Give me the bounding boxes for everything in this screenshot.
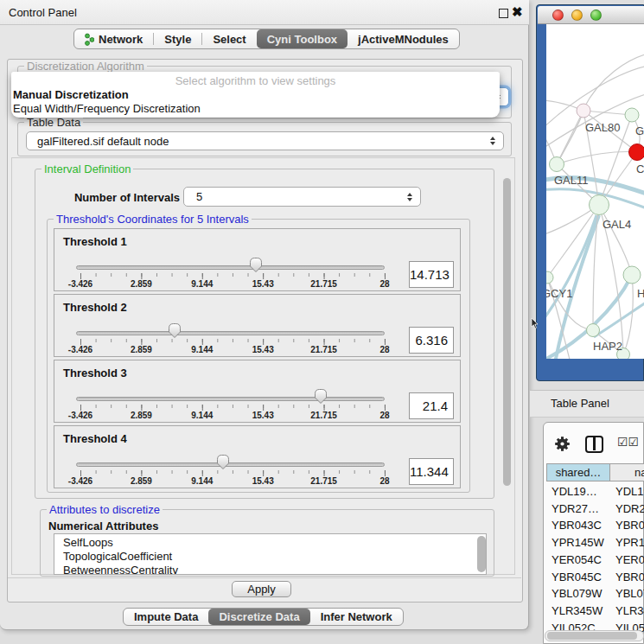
tab-label: Impute Data — [134, 610, 198, 623]
tick-label: 21.715 — [310, 411, 337, 420]
tick-label: 2.859 — [131, 345, 152, 354]
cell-name[interactable]: YBL079W — [615, 587, 644, 600]
close-traffic-light[interactable] — [552, 10, 564, 21]
vertical-scrollbar[interactable] — [503, 178, 511, 486]
cell-shared-name[interactable]: YDR27… — [552, 502, 599, 515]
attribute-list-item[interactable]: SelfLoops — [54, 536, 486, 550]
zoom-traffic-light[interactable] — [590, 10, 602, 21]
network-node-h[interactable] — [623, 266, 641, 284]
cell-name[interactable]: YPR145W — [615, 536, 644, 549]
apply-button[interactable]: Apply — [232, 581, 291, 597]
network-node-ga[interactable] — [625, 108, 639, 122]
cell-shared-name[interactable]: YBL079W — [552, 587, 603, 600]
tab-cyni-toolbox[interactable]: Cyni Toolbox — [257, 29, 348, 48]
network-window-titlebar[interactable] — [538, 6, 644, 24]
slider-thumb[interactable] — [249, 257, 263, 273]
cell-name[interactable]: YBR043C — [615, 519, 644, 532]
popup-item-equal-width[interactable]: Equal Width/Frequency Discretization — [13, 102, 201, 115]
threshold-label: Threshold 3 — [63, 367, 127, 379]
slider-track[interactable] — [76, 265, 385, 270]
checkbox-icons[interactable]: ☑☑ — [617, 435, 639, 449]
tick-label: 2.859 — [131, 476, 152, 486]
gear-icon[interactable] — [554, 436, 571, 452]
table-panel-title: Table Panel — [551, 397, 609, 410]
threshold-value-field[interactable]: 21.4 — [409, 392, 454, 419]
slider-track[interactable] — [76, 331, 385, 335]
node-label: GA — [635, 124, 644, 137]
tick-label: 15.43 — [252, 411, 274, 420]
tab-jactivemnodules[interactable]: jActiveMNodules — [348, 29, 459, 48]
tick-label: 9.144 — [191, 279, 213, 289]
cell-name[interactable]: YER054C — [615, 553, 644, 566]
network-node-gal11[interactable] — [550, 157, 564, 172]
tab-label: Cyni Toolbox — [267, 33, 337, 46]
close-icon[interactable]: ✖ — [512, 4, 523, 20]
slider-thumb[interactable] — [314, 388, 328, 405]
slider-thumb[interactable] — [168, 322, 182, 339]
attribute-list-item[interactable]: TopologicalCoefficient — [54, 550, 486, 564]
list-scrollbar[interactable] — [477, 536, 486, 572]
slider-thumb[interactable] — [216, 454, 230, 470]
threshold-panel-1: Threshold 1-3.4262.8599.14415.4321.71528… — [54, 228, 461, 291]
cell-shared-name[interactable]: YLR345W — [552, 604, 603, 617]
numerical-attributes-list[interactable]: SelfLoopsTopologicalCoefficientBetweenne… — [54, 533, 487, 575]
slider-major-ticks — [80, 339, 386, 345]
tick-label: 15.43 — [252, 476, 274, 486]
network-node-c[interactable] — [629, 144, 644, 161]
column-browser-icon[interactable] — [585, 436, 603, 453]
column-header-name[interactable]: name — [609, 463, 644, 481]
algorithm-dropdown-popup: Select algorithm to view settings Manual… — [11, 72, 500, 118]
tab-label: Network — [99, 33, 143, 46]
slider-track[interactable] — [76, 397, 385, 401]
tick-label: 9.144 — [191, 476, 213, 486]
cell-shared-name[interactable]: YDL19… — [552, 485, 597, 498]
network-edge[interactable] — [583, 54, 644, 109]
tab-network[interactable]: Network — [74, 29, 153, 48]
network-node-gal4[interactable] — [590, 195, 609, 215]
num-intervals-value: 5 — [196, 190, 202, 203]
combo-arrows-icon — [490, 137, 495, 145]
num-intervals-spinner[interactable]: 5 — [183, 187, 421, 207]
network-node-gal80[interactable] — [577, 104, 590, 118]
interval-definition-label: Interval Definition — [41, 163, 133, 175]
cell-name[interactable]: YLR345W — [615, 604, 644, 617]
cell-shared-name[interactable]: YBR045C — [552, 571, 602, 583]
cell-name[interactable]: YBR045C — [615, 571, 644, 583]
node-label: GCY1 — [546, 287, 572, 300]
attribute-list-item[interactable]: BetweennessCentrality — [54, 564, 486, 575]
float-window-icon[interactable] — [499, 9, 508, 18]
tab-discretize-data[interactable]: Discretize Data — [208, 609, 309, 625]
tab-style[interactable]: Style — [154, 29, 201, 48]
tab-impute-data[interactable]: Impute Data — [124, 609, 208, 625]
network-edge[interactable] — [557, 152, 637, 164]
tab-infer-network[interactable]: Infer Network — [310, 609, 403, 625]
num-intervals-label: Number of Intervals — [67, 191, 180, 204]
threshold-value-field[interactable]: 11.344 — [409, 458, 454, 485]
popup-item-manual-discretization[interactable]: Manual Discretization — [13, 88, 129, 101]
tick-label: 15.43 — [252, 279, 274, 289]
cell-shared-name[interactable]: YBR043C — [552, 519, 602, 532]
table-data-label: Table Data — [24, 116, 83, 129]
cell-shared-name[interactable]: YPR145W — [552, 536, 604, 549]
control-panel-titlebar[interactable] — [0, 0, 529, 25]
threshold-value-field[interactable]: 14.713 — [409, 261, 454, 288]
tick-label: 9.144 — [191, 411, 213, 420]
cell-name[interactable]: YDL19… — [615, 485, 644, 498]
mouse-cursor — [531, 318, 539, 329]
threshold-label: Threshold 2 — [63, 301, 127, 314]
cell-shared-name[interactable]: YER054C — [552, 553, 602, 566]
table-data-combobox[interactable]: galFiltered.sif default node — [26, 131, 504, 150]
tab-select[interactable]: Select — [202, 29, 256, 48]
horizontal-scrollbar-thumb[interactable] — [547, 632, 637, 640]
network-canvas[interactable]: GAL80GACGAL11GAL4GCY1HHAP2 — [546, 24, 644, 359]
slider-track[interactable] — [76, 462, 385, 467]
network-node-hap2[interactable] — [587, 324, 600, 337]
cell-name[interactable]: YDR27… — [615, 502, 644, 515]
minimize-traffic-light[interactable] — [571, 10, 583, 21]
network-edge[interactable] — [599, 205, 632, 275]
column-header-shared[interactable]: shared… — [546, 463, 610, 481]
node-label: GAL4 — [603, 218, 631, 231]
threshold-value-field[interactable]: 6.316 — [409, 327, 454, 354]
tab-label: Infer Network — [321, 610, 392, 623]
network-node-gcy1[interactable] — [546, 271, 553, 284]
